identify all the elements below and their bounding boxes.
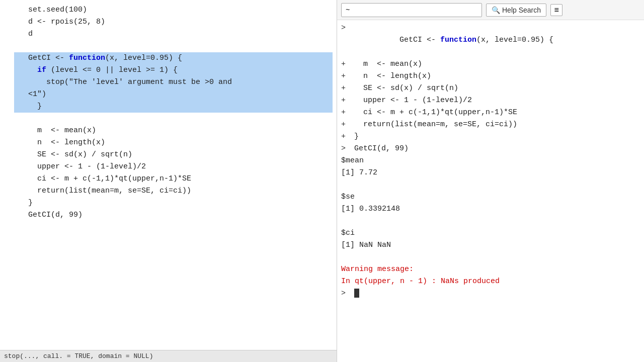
console-options-button[interactable]: ≡ [550, 4, 562, 16]
options-icon: ≡ [554, 6, 558, 15]
console-line-2: + m <- mean(x) [341, 58, 640, 70]
code-lines: set.seed(100) d <- rpois(25, 8) d [10, 2, 337, 223]
editor-line-16: return(list(mean=m, se=SE, ci=ci)) [14, 185, 333, 197]
editor-line-18: GetCI(d, 99) [14, 209, 333, 221]
editor-line-12: n <- length(x) [14, 137, 333, 149]
console-line-5: + upper <- 1 - (1-level)/2 [341, 95, 640, 107]
console-line-4: + SE <- sd(x) / sqrt(n) [341, 82, 640, 95]
console-cursor-line: > [341, 288, 640, 300]
editor-line-10 [14, 113, 333, 125]
console-pane: 🔍 Help Search ≡ > GetCI <- function(x, l… [337, 0, 644, 362]
console-line-10: $mean [341, 155, 640, 167]
console-line-blank2 [341, 215, 640, 227]
editor-line-17: } [14, 197, 333, 209]
editor-line-4 [14, 40, 333, 52]
console-warning-2: In qt(upper, n - 1) : NaNs produced [341, 276, 640, 288]
editor-line-5: GetCI <- function(x, level=0.95) { [14, 52, 333, 64]
console-line-6: + ci <- m + c(-1,1)*qt(upper,n-1)*SE [341, 107, 640, 119]
editor-line-2: d <- rpois(25, 8) [14, 16, 333, 28]
console-line-blank3 [341, 251, 640, 263]
main-area: set.seed(100) d <- rpois(25, 8) d [0, 0, 644, 362]
editor-pane: set.seed(100) d <- rpois(25, 8) d [0, 0, 337, 362]
editor-line-13: SE <- sd(x) / sqrt(n) [14, 149, 333, 161]
console-line-3: + n <- length(x) [341, 70, 640, 82]
console-line-8: + } [341, 131, 640, 143]
editor-line-9: } [14, 101, 333, 113]
console-warning-1: Warning message: [341, 263, 640, 276]
console-line-9: > GetCI(d, 99) [341, 143, 640, 155]
cursor [354, 289, 359, 298]
editor-line-7: stop("The 'level' argument must be >0 an… [14, 76, 333, 88]
console-line-12: $se [341, 191, 640, 203]
help-search-label: Help Search [502, 6, 541, 14]
console-line-blank1 [341, 179, 640, 191]
editor-line-15: ci <- m + c(-1,1)*qt(upper,n-1)*SE [14, 173, 333, 185]
console-line-13: [1] 0.3392148 [341, 203, 640, 215]
editor-line-8: <1") [14, 88, 333, 101]
console-content: > GetCI <- function(x, level=0.95) { + m… [337, 20, 644, 362]
editor-line-1: set.seed(100) [14, 4, 333, 16]
console-line-7: + return(list(mean=m, se=SE, ci=ci)) [341, 119, 640, 131]
editor-line-3: d [14, 28, 333, 40]
console-line-1: > GetCI <- function(x, level=0.95) { [341, 22, 640, 58]
editor-line-11: m <- mean(x) [14, 125, 333, 137]
editor-content: set.seed(100) d <- rpois(25, 8) d [0, 0, 337, 350]
console-line-14: $ci [341, 227, 640, 239]
console-line-11: [1] 7.72 [341, 167, 640, 179]
working-directory-input[interactable] [341, 3, 482, 17]
console-line-15: [1] NaN NaN [341, 239, 640, 251]
search-icon: 🔍 [492, 6, 500, 14]
editor-line-6: if (level <= 0 || level >= 1) { [14, 64, 333, 76]
editor-status-bar: stop(..., call. = TRUE, domain = NULL) [0, 350, 337, 362]
editor-line-14: upper <- 1 - (1-level)/2 [14, 161, 333, 173]
console-toolbar: 🔍 Help Search ≡ [337, 0, 644, 20]
status-text: stop(..., call. = TRUE, domain = NULL) [4, 352, 153, 360]
help-search-button[interactable]: 🔍 Help Search [486, 4, 546, 17]
